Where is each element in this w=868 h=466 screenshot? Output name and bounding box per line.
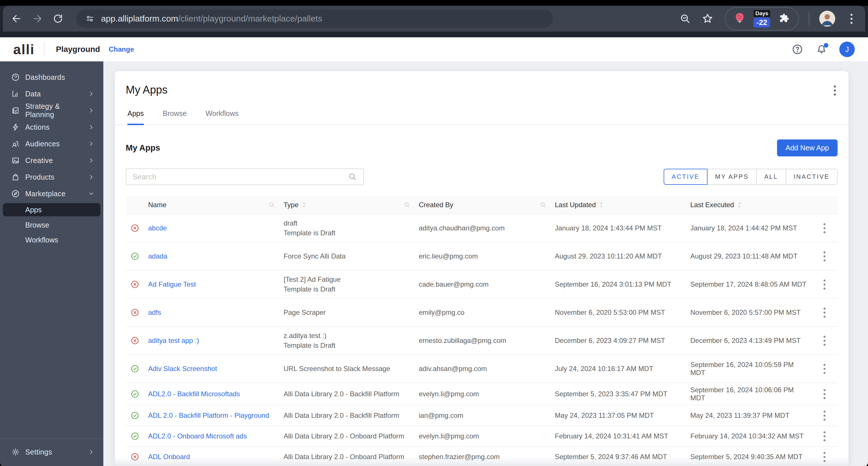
sidebar-item-browse[interactable]: Browse	[0, 218, 103, 232]
row-menu-icon[interactable]	[813, 452, 838, 462]
apps-table: Name Type Created By Last Updated	[126, 196, 838, 466]
back-icon[interactable]	[10, 12, 23, 25]
days-countdown-badge[interactable]: Days -22	[753, 10, 770, 28]
sidebar-item-settings[interactable]: Settings	[0, 444, 103, 460]
extensions-group: Days -22	[725, 7, 799, 30]
sidebar-item-strategy-planning[interactable]: Strategy & Planning	[0, 102, 103, 119]
status-ok-icon	[130, 432, 140, 441]
filter-inactive[interactable]: INACTIVE	[786, 169, 838, 185]
browser-menu-icon[interactable]	[845, 12, 858, 25]
row-menu-icon[interactable]	[813, 308, 838, 318]
app-last-executed: September 5, 2024 9:40:35 AM MDT	[686, 453, 813, 461]
app-last-executed: August 29, 2023 10:11:48 AM MDT	[686, 252, 813, 260]
status-error-icon	[130, 452, 140, 461]
extensions-puzzle-icon[interactable]	[778, 12, 790, 25]
image-icon	[11, 156, 20, 165]
add-new-app-button[interactable]: Add New App	[777, 139, 838, 156]
change-client-link[interactable]: Change	[109, 45, 134, 53]
tab-browse[interactable]: Browse	[163, 109, 187, 125]
page-menu-icon[interactable]	[832, 84, 838, 97]
zoom-out-icon[interactable]	[679, 12, 691, 25]
bookmark-star-icon[interactable]	[701, 12, 714, 25]
tab-bar: Apps Browse Workflows	[115, 109, 848, 125]
help-icon[interactable]	[791, 43, 804, 56]
sidebar-item-marketplace[interactable]: Marketplace	[0, 185, 103, 202]
app-last-updated: February 14, 2024 10:31:41 AM MST	[551, 432, 686, 440]
sidebar-item-data[interactable]: Data	[0, 86, 103, 102]
browser-chrome: app.alliplatform.com/client/playground/m…	[0, 6, 868, 37]
row-menu-icon[interactable]	[813, 336, 838, 346]
sidebar-item-creative[interactable]: Creative	[0, 152, 103, 169]
column-search-icon[interactable]	[539, 201, 547, 209]
app-created-by: ian@pmg.com	[415, 411, 551, 420]
filter-active[interactable]: ACTIVE	[663, 169, 708, 185]
main-content: My Apps Apps Browse Workflows My Apps Ad…	[103, 61, 868, 466]
app-name-link[interactable]: abcde	[148, 224, 167, 232]
sidebar-item-actions[interactable]: Actions	[0, 119, 103, 135]
app-type: Alli Data Library 2.0 - Backfill Platfor…	[280, 389, 415, 399]
browser-profile-avatar[interactable]	[819, 11, 835, 27]
app-created-by: cade.bauer@pmg.com	[415, 280, 551, 288]
reload-icon[interactable]	[52, 12, 64, 25]
row-menu-icon[interactable]	[813, 431, 838, 441]
gear-icon	[11, 447, 20, 457]
app-name-link[interactable]: ADL2.0 - Backfill Microsoftads	[148, 390, 240, 398]
filter-my-apps[interactable]: MY APPS	[707, 169, 756, 185]
row-menu-icon[interactable]	[813, 251, 838, 261]
row-menu-icon[interactable]	[813, 223, 838, 233]
app-created-by: evelyn.li@pmg.com	[415, 432, 551, 440]
search-input[interactable]	[133, 173, 348, 181]
tab-apps[interactable]: Apps	[127, 109, 144, 125]
app-name-link[interactable]: Adiv Slack Screenshot	[148, 365, 217, 372]
column-search-icon[interactable]	[403, 201, 411, 209]
app-name-link[interactable]: Ad Fatigue Test	[148, 280, 196, 288]
status-ok-icon	[130, 411, 140, 420]
sidebar-item-workflows[interactable]: Workflows	[0, 232, 103, 247]
app-type: Alli Data Library 2.0 - Onboard Platform	[280, 431, 415, 441]
url-bar[interactable]: app.alliplatform.com/client/playground/m…	[76, 9, 553, 28]
table-row: adada Force Sync Alli Data eric.lieu@pmg…	[126, 242, 838, 270]
tab-workflows[interactable]: Workflows	[206, 109, 239, 125]
user-avatar[interactable]: J	[839, 41, 855, 57]
table-row: Adiv Slack Screenshot URL Screenshot to …	[126, 354, 838, 382]
app-name-link[interactable]: ADL2.0 - Onboard Microsoft ads	[148, 432, 247, 440]
row-menu-icon[interactable]	[813, 389, 838, 399]
strawberry-extension-icon[interactable]	[733, 12, 746, 26]
app-name-link[interactable]: ADL Onboard	[148, 453, 190, 461]
notifications-bell-icon[interactable]	[815, 43, 828, 56]
filter-all[interactable]: ALL	[756, 169, 786, 185]
app-name-link[interactable]: adada	[148, 252, 167, 260]
sidebar-divider	[0, 438, 103, 439]
sort-icon[interactable]	[737, 202, 742, 208]
page-title: My Apps	[126, 84, 167, 96]
sort-icon[interactable]	[599, 202, 604, 208]
status-filter-group: ACTIVE MY APPS ALL INACTIVE	[663, 169, 838, 185]
app-last-executed: September 16, 2024 10:06:06 PM MDT	[686, 386, 813, 402]
column-search-icon[interactable]	[268, 201, 276, 209]
chevron-right-icon	[88, 174, 95, 181]
row-menu-icon[interactable]	[813, 364, 838, 374]
chevron-right-icon	[88, 140, 95, 147]
compass-icon	[11, 189, 20, 198]
app-last-updated: September 16, 2024 3:01:13 PM MDT	[551, 280, 686, 288]
sidebar-item-apps[interactable]: Apps	[3, 203, 100, 216]
gauge-icon	[11, 72, 20, 82]
row-menu-icon[interactable]	[813, 411, 838, 421]
app-name-link[interactable]: adfs	[148, 308, 161, 316]
chevron-right-icon	[88, 107, 95, 114]
status-error-icon	[130, 280, 140, 289]
sort-icon[interactable]	[301, 202, 307, 208]
status-error-icon	[130, 308, 140, 317]
status-ok-icon	[130, 390, 140, 399]
header-divider	[44, 42, 44, 57]
sidebar-item-products[interactable]: Products	[0, 169, 103, 185]
table-body: abcde draftTemplate is Draft aditya.chau…	[126, 214, 838, 466]
sidebar-item-dashboards[interactable]: Dashboards	[0, 69, 103, 86]
search-icon	[348, 172, 357, 181]
app-last-updated: September 5, 2024 9:37:46 AM MDT	[551, 453, 686, 461]
forward-icon[interactable]	[31, 12, 43, 25]
row-menu-icon[interactable]	[813, 279, 838, 289]
app-name-link[interactable]: aditya test app :)	[148, 337, 199, 344]
app-name-link[interactable]: ADL 2.0 - Backfill Platform - Playground	[148, 411, 269, 419]
sidebar-item-audiences[interactable]: Audiences	[0, 135, 103, 152]
